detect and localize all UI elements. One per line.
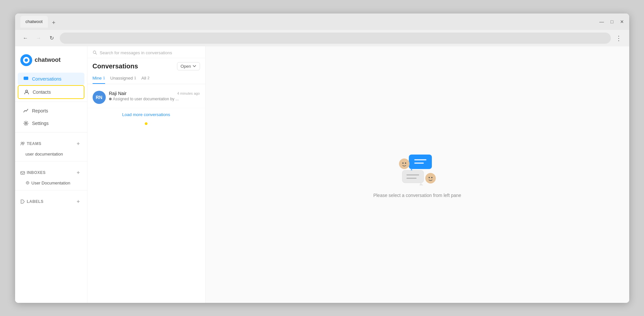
svg-rect-16 xyxy=(402,170,424,183)
inbox-item-user-documentation[interactable]: User Documentation xyxy=(15,179,87,187)
svg-point-13 xyxy=(399,158,410,169)
reload-button[interactable]: ↻ xyxy=(47,33,57,43)
browser-top-bar: chatwoot + — □ ✕ xyxy=(15,13,629,30)
tab-all-label: All xyxy=(142,76,146,81)
sidebar-item-settings[interactable]: Settings xyxy=(18,117,84,130)
settings-icon xyxy=(23,120,29,126)
inboxes-label: Inboxes xyxy=(27,170,46,175)
sidebar-divider-3 xyxy=(15,161,87,161)
status-dot xyxy=(109,98,112,100)
empty-illustration xyxy=(396,151,438,187)
svg-point-4 xyxy=(23,142,24,143)
logo: chatwoot xyxy=(15,52,87,73)
svg-rect-10 xyxy=(409,155,432,169)
empty-state-text: Please select a conversation from left p… xyxy=(373,193,461,198)
conversation-time: 4 minutes ago xyxy=(177,91,200,95)
maximize-button[interactable]: □ xyxy=(611,19,613,24)
tab-all[interactable]: All 2 xyxy=(142,73,150,84)
svg-point-2 xyxy=(25,122,27,124)
conversation-list: RN Raji Nair 4 minutes ago Assigned to u… xyxy=(87,84,205,303)
logo-text: chatwoot xyxy=(35,57,61,63)
window-controls: — □ ✕ xyxy=(599,19,624,24)
load-more-button[interactable]: Load more conversations xyxy=(87,108,205,121)
reports-icon xyxy=(23,108,29,114)
main-area: Please select a conversation from left p… xyxy=(206,46,629,303)
tab-mine[interactable]: Mine 1 xyxy=(93,73,105,84)
sidebar-divider-2 xyxy=(15,132,87,133)
teams-add-button[interactable]: + xyxy=(75,140,82,147)
labels-label: Labels xyxy=(27,199,44,204)
conversations-title: Conversations xyxy=(93,62,138,70)
conversation-search[interactable]: Search for messages in conversations xyxy=(87,46,205,58)
forward-button[interactable]: → xyxy=(33,33,44,43)
labels-section-header: Labels + xyxy=(15,196,87,207)
tab-mine-label: Mine xyxy=(93,76,102,81)
new-tab-button[interactable]: + xyxy=(49,18,58,28)
active-tab[interactable]: chatwoot xyxy=(20,16,48,28)
inboxes-section-header: Inboxes + xyxy=(15,167,87,179)
svg-point-3 xyxy=(21,142,22,143)
inboxes-add-button[interactable]: + xyxy=(75,169,82,176)
sidebar-settings-label: Settings xyxy=(32,121,49,126)
svg-point-20 xyxy=(429,177,430,178)
svg-point-14 xyxy=(402,162,404,164)
tab-mine-count: 1 xyxy=(103,76,105,80)
inbox-globe-icon xyxy=(26,181,30,185)
tab-all-count: 2 xyxy=(147,76,149,80)
tab-label: chatwoot xyxy=(26,19,43,24)
search-placeholder: Search for messages in conversations xyxy=(100,50,172,55)
team-item-user-documentation[interactable]: user documentation xyxy=(15,150,87,158)
browser-toolbar: ← → ↻ ⋮ xyxy=(15,30,629,46)
conversation-panel: Search for messages in conversations Con… xyxy=(87,46,206,303)
filter-label: Open xyxy=(181,64,191,69)
conversation-preview: Assigned to user documentation by ... xyxy=(109,97,200,101)
teams-icon xyxy=(20,141,25,146)
back-button[interactable]: ← xyxy=(20,33,31,43)
inboxes-section: Inboxes + User Documentation xyxy=(15,167,87,187)
svg-point-19 xyxy=(425,173,436,183)
svg-point-15 xyxy=(405,162,406,164)
sidebar-item-reports[interactable]: Reports xyxy=(18,105,84,117)
svg-line-9 xyxy=(95,53,97,55)
sidebar: chatwoot Conversations xyxy=(15,46,87,303)
svg-point-1 xyxy=(26,90,28,92)
teams-section-header: Teams + xyxy=(15,138,87,150)
svg-point-21 xyxy=(431,177,433,178)
sidebar-item-contacts[interactable]: Contacts xyxy=(18,85,84,99)
tab-unassigned[interactable]: Unassigned 1 xyxy=(110,73,136,84)
sidebar-divider-4 xyxy=(15,190,87,190)
address-bar[interactable] xyxy=(60,33,611,44)
tab-unassigned-count: 1 xyxy=(134,76,136,80)
conversation-name: Raji Nair xyxy=(109,91,127,96)
svg-rect-0 xyxy=(24,77,28,80)
conversation-tabs: Mine 1 Unassigned 1 All 2 xyxy=(87,73,205,84)
logo-icon xyxy=(20,54,32,66)
teams-label: Teams xyxy=(27,141,42,146)
sidebar-item-conversations[interactable]: Conversations xyxy=(18,73,84,85)
sidebar-reports-label: Reports xyxy=(32,108,48,113)
labels-add-button[interactable]: + xyxy=(75,198,82,205)
conversation-info: Raji Nair 4 minutes ago Assigned to user… xyxy=(109,91,200,101)
teams-section: Teams + user documentation xyxy=(15,138,87,158)
more-options-button[interactable]: ⋮ xyxy=(613,33,624,43)
tab-strip: chatwoot + xyxy=(20,16,600,28)
tab-unassigned-label: Unassigned xyxy=(110,76,133,81)
avatar: RN xyxy=(93,91,106,104)
filter-button[interactable]: Open xyxy=(177,62,200,70)
conversation-item[interactable]: RN Raji Nair 4 minutes ago Assigned to u… xyxy=(87,87,205,108)
close-button[interactable]: ✕ xyxy=(620,19,624,24)
sidebar-divider-1 xyxy=(15,102,87,102)
search-icon xyxy=(93,50,97,55)
labels-icon xyxy=(20,199,25,204)
empty-state: Please select a conversation from left p… xyxy=(373,151,461,198)
conversation-header: Conversations Open xyxy=(87,58,205,73)
sidebar-contacts-label: Contacts xyxy=(33,89,51,95)
activity-dot xyxy=(145,122,147,125)
chevron-down-icon xyxy=(192,64,196,68)
minimize-button[interactable]: — xyxy=(599,19,604,24)
labels-section: Labels + xyxy=(15,196,87,207)
sidebar-conversations-label: Conversations xyxy=(32,76,62,82)
svg-rect-5 xyxy=(20,171,24,174)
contacts-icon xyxy=(24,89,30,95)
svg-point-7 xyxy=(21,201,22,202)
